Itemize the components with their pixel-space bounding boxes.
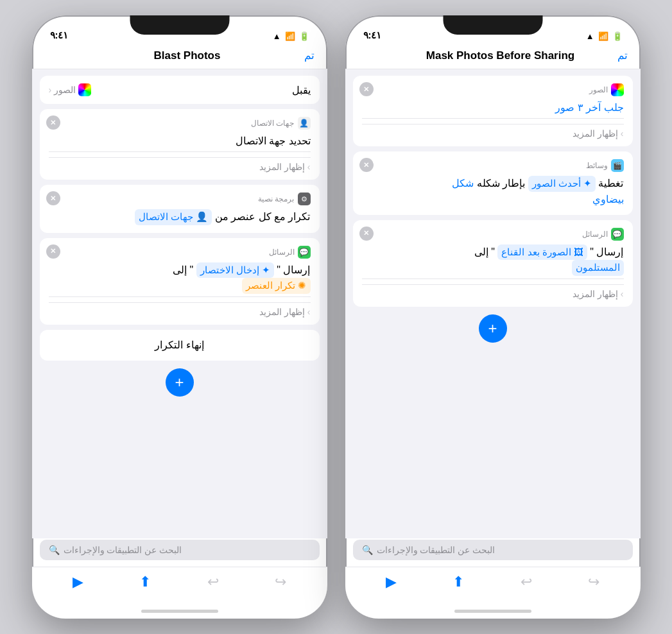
right-phone: ٩:٤١ ▲ 📶 🔋 Mask Photos Before Sharing تم…: [345, 15, 641, 619]
contacts-icon: 👤: [298, 117, 311, 130]
search-icon-left: 🔍: [49, 545, 60, 555]
wifi-icon: ▲: [273, 31, 281, 41]
messages2-content: إرسال " 🖼 الصورة بعد القناع " إلى المستل…: [362, 244, 624, 276]
home-indicator-left: [32, 603, 327, 619]
messages-content: إرسال " ✦ إدخال الاختصار " إلى ✺ تكرار ا…: [49, 262, 311, 294]
messages-label: الرسائل: [269, 248, 295, 257]
share-btn-right[interactable]: ⬆: [452, 574, 464, 590]
messages-header: الرسائل 💬: [49, 246, 311, 259]
contacts-token[interactable]: 👤 جهات الاتصال: [135, 209, 212, 225]
photos-label: الصور: [589, 85, 608, 94]
photos-header: الصور: [362, 83, 624, 96]
signal-icon: 📶: [285, 31, 295, 41]
media-header: وسائط 🎬: [362, 159, 624, 172]
end-repeat-card: إنهاء التكرار: [40, 330, 320, 361]
messages2-x-btn[interactable]: ✕: [359, 227, 374, 241]
play-btn-right[interactable]: ▶: [386, 574, 397, 590]
end-repeat-content: إنهاء التكرار: [49, 338, 311, 353]
messages2-chevron: ‹: [621, 289, 624, 299]
contacts-x-btn[interactable]: ✕: [46, 116, 60, 130]
photos-chevron: ‹: [621, 128, 624, 139]
photos-x-btn[interactable]: ✕: [359, 82, 374, 96]
toolbar-right: ▶ ⬆ ↩ ↪: [345, 567, 641, 603]
masked-photo-token[interactable]: 🖼 الصورة بعد القناع: [497, 244, 587, 261]
scroll-content-right: ✕ الصور جلب آخر ٣ صور إظهار المزيد ‹ ✕: [345, 69, 641, 538]
notch: [130, 15, 229, 35]
messages-icon: 💬: [298, 246, 311, 259]
home-indicator-right: [345, 603, 641, 619]
battery-icon: 🔋: [299, 31, 309, 41]
contacts-show-more: إظهار المزيد: [259, 162, 305, 172]
messages2-header: الرسائل 💬: [362, 228, 624, 241]
repeat-item-token[interactable]: ✺ تكرار العنصر: [242, 278, 310, 294]
status-time-left: ٩:٤١: [50, 30, 69, 41]
photos-icon-accept: [78, 83, 91, 96]
accept-card: يقبل الصور ‹: [40, 76, 320, 104]
contacts-content: تحديد جهة الاتصال: [49, 133, 311, 149]
photos-content-text: جلب آخر ٣ صور: [555, 102, 623, 113]
play-btn-left[interactable]: ▶: [73, 574, 83, 590]
undo-btn-left[interactable]: ↩: [207, 574, 219, 590]
messages-separator: [49, 296, 311, 297]
search-bar-left[interactable]: 🔍 البحث عن التطبيقات والإجراءات: [40, 540, 320, 560]
photos-content: جلب آخر ٣ صور: [362, 100, 624, 116]
contacts-card: ✕ جهات الاتصال 👤 تحديد جهة الاتصال إظهار…: [40, 109, 320, 180]
scripting-card: ✕ برمجة نصية ⚙ تكرار مع كل عنصر من 👤 جها…: [40, 185, 320, 233]
scripting-label: برمجة نصية: [258, 194, 294, 203]
toolbar-left: ▶ ⬆ ↩ ↪: [32, 567, 327, 603]
media-label: وسائط: [586, 161, 608, 170]
redo-btn-right[interactable]: ↪: [588, 574, 599, 590]
wifi-icon-right: ▲: [586, 31, 594, 41]
messages2-separator: [362, 278, 624, 279]
home-bar-left: [141, 610, 218, 613]
accept-row: يقبل الصور ‹: [49, 83, 311, 96]
contacts-footer: إظهار المزيد ‹: [49, 157, 311, 172]
messages-x-btn[interactable]: ✕: [46, 244, 60, 259]
media-content: تغطية ✦ أحدث الصور بإطار شكله شكل بيضاوي: [362, 176, 624, 207]
scripting-x-btn[interactable]: ✕: [46, 191, 60, 205]
scripting-content: تكرار مع كل عنصر من 👤 جهات الاتصال: [49, 209, 311, 225]
latest-photos-token[interactable]: ✦ أحدث الصور: [528, 176, 596, 192]
phones-container: ٩:٤١ ▲ 📶 🔋 Blast Photos تم يقبل الصور: [32, 15, 641, 619]
messages2-icon: 💬: [611, 228, 624, 241]
search-bar-right[interactable]: 🔍 البحث عن التطبيقات والإجراءات: [353, 540, 633, 560]
accept-source: الصور ‹: [49, 83, 92, 96]
chevron-accept: ‹: [49, 85, 52, 95]
nav-done-right[interactable]: تم: [617, 49, 628, 62]
photos-separator: [362, 118, 624, 119]
search-icon-right: 🔍: [362, 545, 373, 555]
search-placeholder-right: البحث عن التطبيقات والإجراءات: [377, 545, 495, 555]
messages2-label: الرسائل: [582, 230, 608, 239]
nav-done-left[interactable]: تم: [304, 49, 314, 62]
messages-chevron: ‹: [307, 307, 311, 317]
messages-card: ✕ الرسائل 💬 إرسال " ✦ إدخال الاختصار " إ…: [40, 238, 320, 325]
photos-icon-card: [611, 83, 624, 96]
nav-bar-left: Blast Photos تم: [32, 44, 327, 69]
contacts-chevron: ‹: [307, 162, 311, 172]
redo-btn-left[interactable]: ↪: [275, 574, 286, 590]
nav-title-right: Mask Photos Before Sharing: [384, 49, 617, 62]
status-time-right: ٩:٤١: [363, 30, 382, 41]
status-icons-left: ▲ 📶 🔋: [273, 31, 309, 41]
accept-label: يقبل: [292, 84, 311, 96]
shortcut-input-token[interactable]: ✦ إدخال الاختصار: [196, 262, 274, 278]
scripting-icon: ⚙: [298, 193, 311, 205]
add-button-left[interactable]: +: [166, 368, 194, 397]
add-button-right[interactable]: +: [479, 314, 507, 343]
messages-show-more: إظهار المزيد: [259, 307, 305, 317]
contacts-separator: [49, 151, 311, 152]
media-icon: 🎬: [611, 159, 624, 172]
photos-card: ✕ الصور جلب آخر ٣ صور إظهار المزيد ‹: [353, 76, 633, 146]
contacts-label: جهات الاتصال: [251, 119, 294, 128]
recipients-token[interactable]: المستلمون: [572, 260, 624, 276]
media-x-btn[interactable]: ✕: [359, 158, 374, 172]
signal-icon-right: 📶: [598, 31, 608, 41]
share-btn-left[interactable]: ⬆: [139, 574, 151, 590]
messages2-footer: إظهار المزيد ‹: [362, 284, 624, 299]
messages2-show-more: إظهار المزيد: [573, 289, 618, 299]
oval-text: بيضاوي: [592, 194, 624, 205]
left-phone: ٩:٤١ ▲ 📶 🔋 Blast Photos تم يقبل الصور: [32, 15, 327, 619]
undo-btn-right[interactable]: ↩: [521, 574, 532, 590]
battery-icon-right: 🔋: [612, 31, 623, 41]
status-icons-right: ▲ 📶 🔋: [586, 31, 623, 41]
